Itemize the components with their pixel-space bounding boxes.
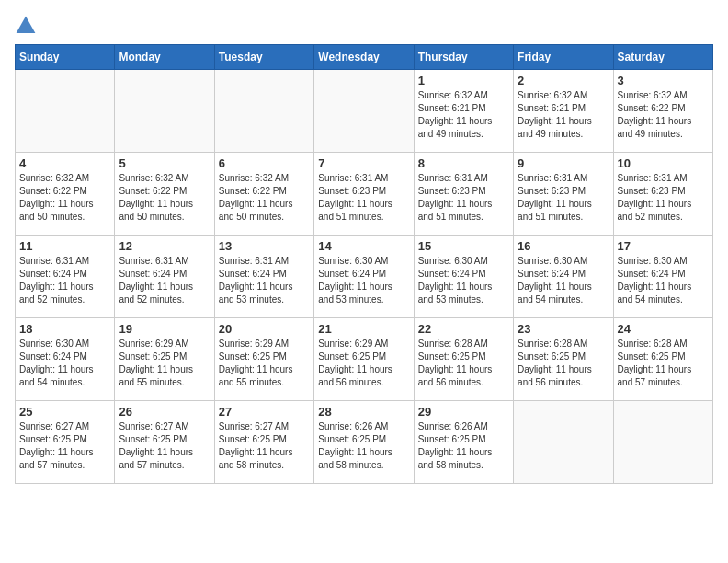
day-detail: Sunrise: 6:30 AM Sunset: 6:24 PM Dayligh…: [318, 255, 409, 306]
day-number: 7: [318, 156, 409, 170]
day-number: 12: [119, 239, 210, 253]
day-number: 25: [19, 405, 110, 419]
svg-marker-0: [17, 17, 36, 33]
calendar-cell: 25Sunrise: 6:27 AM Sunset: 6:25 PM Dayli…: [16, 401, 115, 484]
calendar-week-3: 18Sunrise: 6:30 AM Sunset: 6:24 PM Dayli…: [16, 318, 713, 401]
day-number: 29: [418, 405, 509, 419]
calendar-cell: [16, 70, 115, 153]
weekday-header-saturday: Saturday: [613, 45, 712, 70]
day-detail: Sunrise: 6:31 AM Sunset: 6:23 PM Dayligh…: [418, 172, 509, 224]
calendar-cell: 29Sunrise: 6:26 AM Sunset: 6:25 PM Dayli…: [414, 401, 513, 484]
calendar-cell: [613, 401, 712, 484]
logo: [15, 15, 40, 37]
weekday-header-tuesday: Tuesday: [214, 45, 313, 70]
calendar-cell: [115, 70, 214, 153]
day-number: 5: [119, 156, 210, 170]
calendar-cell: 6Sunrise: 6:32 AM Sunset: 6:22 PM Daylig…: [214, 153, 313, 236]
calendar-cell: 11Sunrise: 6:31 AM Sunset: 6:24 PM Dayli…: [16, 236, 115, 318]
calendar-cell: 22Sunrise: 6:28 AM Sunset: 6:25 PM Dayli…: [414, 318, 513, 401]
calendar-cell: 20Sunrise: 6:29 AM Sunset: 6:25 PM Dayli…: [214, 318, 313, 401]
calendar-week-2: 11Sunrise: 6:31 AM Sunset: 6:24 PM Dayli…: [16, 236, 713, 318]
calendar-cell: 23Sunrise: 6:28 AM Sunset: 6:25 PM Dayli…: [514, 318, 613, 401]
weekday-row: SundayMondayTuesdayWednesdayThursdayFrid…: [16, 45, 713, 70]
day-detail: Sunrise: 6:30 AM Sunset: 6:24 PM Dayligh…: [19, 338, 110, 389]
logo-icon: [15, 15, 37, 37]
day-detail: Sunrise: 6:32 AM Sunset: 6:21 PM Dayligh…: [418, 89, 509, 141]
calendar-cell: 7Sunrise: 6:31 AM Sunset: 6:23 PM Daylig…: [314, 153, 414, 236]
calendar-cell: 4Sunrise: 6:32 AM Sunset: 6:22 PM Daylig…: [16, 153, 115, 236]
day-detail: Sunrise: 6:30 AM Sunset: 6:24 PM Dayligh…: [418, 255, 509, 306]
day-number: 3: [618, 74, 709, 87]
calendar-cell: 8Sunrise: 6:31 AM Sunset: 6:23 PM Daylig…: [414, 153, 513, 236]
day-detail: Sunrise: 6:32 AM Sunset: 6:22 PM Dayligh…: [19, 172, 110, 224]
day-detail: Sunrise: 6:32 AM Sunset: 6:21 PM Dayligh…: [518, 89, 609, 141]
calendar-cell: 18Sunrise: 6:30 AM Sunset: 6:24 PM Dayli…: [16, 318, 115, 401]
day-detail: Sunrise: 6:31 AM Sunset: 6:24 PM Dayligh…: [19, 255, 110, 306]
day-number: 21: [318, 322, 409, 336]
day-detail: Sunrise: 6:26 AM Sunset: 6:25 PM Dayligh…: [318, 420, 409, 472]
day-detail: Sunrise: 6:32 AM Sunset: 6:22 PM Dayligh…: [119, 172, 210, 224]
day-detail: Sunrise: 6:32 AM Sunset: 6:22 PM Dayligh…: [219, 172, 310, 224]
calendar-cell: [514, 401, 613, 484]
calendar-cell: 16Sunrise: 6:30 AM Sunset: 6:24 PM Dayli…: [514, 236, 613, 318]
day-number: 4: [19, 156, 110, 170]
day-number: 11: [19, 239, 110, 253]
day-detail: Sunrise: 6:32 AM Sunset: 6:22 PM Dayligh…: [618, 89, 709, 141]
day-detail: Sunrise: 6:31 AM Sunset: 6:24 PM Dayligh…: [119, 255, 210, 306]
day-detail: Sunrise: 6:28 AM Sunset: 6:25 PM Dayligh…: [518, 338, 609, 389]
calendar-cell: 28Sunrise: 6:26 AM Sunset: 6:25 PM Dayli…: [314, 401, 414, 484]
day-number: 23: [518, 322, 609, 336]
day-detail: Sunrise: 6:29 AM Sunset: 6:25 PM Dayligh…: [119, 338, 210, 389]
calendar-cell: 19Sunrise: 6:29 AM Sunset: 6:25 PM Dayli…: [115, 318, 214, 401]
calendar-cell: 15Sunrise: 6:30 AM Sunset: 6:24 PM Dayli…: [414, 236, 513, 318]
day-detail: Sunrise: 6:31 AM Sunset: 6:23 PM Dayligh…: [618, 172, 709, 224]
day-number: 2: [518, 74, 609, 87]
calendar-cell: 5Sunrise: 6:32 AM Sunset: 6:22 PM Daylig…: [115, 153, 214, 236]
calendar-cell: 1Sunrise: 6:32 AM Sunset: 6:21 PM Daylig…: [414, 70, 513, 153]
day-number: 20: [219, 322, 310, 336]
weekday-header-friday: Friday: [514, 45, 613, 70]
day-detail: Sunrise: 6:30 AM Sunset: 6:24 PM Dayligh…: [518, 255, 609, 306]
day-detail: Sunrise: 6:31 AM Sunset: 6:23 PM Dayligh…: [518, 172, 609, 224]
weekday-header-thursday: Thursday: [414, 45, 513, 70]
calendar-cell: 24Sunrise: 6:28 AM Sunset: 6:25 PM Dayli…: [613, 318, 712, 401]
calendar-table: SundayMondayTuesdayWednesdayThursdayFrid…: [15, 44, 713, 484]
calendar-cell: [214, 70, 313, 153]
calendar-cell: 13Sunrise: 6:31 AM Sunset: 6:24 PM Dayli…: [214, 236, 313, 318]
day-detail: Sunrise: 6:29 AM Sunset: 6:25 PM Dayligh…: [219, 338, 310, 389]
day-number: 28: [318, 405, 409, 419]
day-number: 9: [518, 156, 609, 170]
day-number: 10: [618, 156, 709, 170]
day-detail: Sunrise: 6:29 AM Sunset: 6:25 PM Dayligh…: [318, 338, 409, 389]
calendar-body: 1Sunrise: 6:32 AM Sunset: 6:21 PM Daylig…: [16, 70, 713, 484]
calendar-cell: 21Sunrise: 6:29 AM Sunset: 6:25 PM Dayli…: [314, 318, 414, 401]
calendar-cell: 12Sunrise: 6:31 AM Sunset: 6:24 PM Dayli…: [115, 236, 214, 318]
day-number: 13: [219, 239, 310, 253]
day-number: 14: [318, 239, 409, 253]
day-detail: Sunrise: 6:28 AM Sunset: 6:25 PM Dayligh…: [618, 338, 709, 389]
calendar-week-0: 1Sunrise: 6:32 AM Sunset: 6:21 PM Daylig…: [16, 70, 713, 153]
day-number: 15: [418, 239, 509, 253]
calendar-week-1: 4Sunrise: 6:32 AM Sunset: 6:22 PM Daylig…: [16, 153, 713, 236]
calendar-cell: 10Sunrise: 6:31 AM Sunset: 6:23 PM Dayli…: [613, 153, 712, 236]
day-detail: Sunrise: 6:28 AM Sunset: 6:25 PM Dayligh…: [418, 338, 509, 389]
day-detail: Sunrise: 6:27 AM Sunset: 6:25 PM Dayligh…: [119, 420, 210, 472]
day-detail: Sunrise: 6:27 AM Sunset: 6:25 PM Dayligh…: [19, 420, 110, 472]
calendar-cell: 17Sunrise: 6:30 AM Sunset: 6:24 PM Dayli…: [613, 236, 712, 318]
day-number: 19: [119, 322, 210, 336]
page-header: [15, 15, 713, 37]
day-number: 27: [219, 405, 310, 419]
calendar-cell: 26Sunrise: 6:27 AM Sunset: 6:25 PM Dayli…: [115, 401, 214, 484]
calendar-cell: 2Sunrise: 6:32 AM Sunset: 6:21 PM Daylig…: [514, 70, 613, 153]
day-detail: Sunrise: 6:27 AM Sunset: 6:25 PM Dayligh…: [219, 420, 310, 472]
weekday-header-wednesday: Wednesday: [314, 45, 414, 70]
day-detail: Sunrise: 6:30 AM Sunset: 6:24 PM Dayligh…: [618, 255, 709, 306]
day-detail: Sunrise: 6:31 AM Sunset: 6:24 PM Dayligh…: [219, 255, 310, 306]
day-number: 8: [418, 156, 509, 170]
calendar-header: SundayMondayTuesdayWednesdayThursdayFrid…: [16, 45, 713, 70]
day-number: 26: [119, 405, 210, 419]
weekday-header-sunday: Sunday: [16, 45, 115, 70]
day-number: 18: [19, 322, 110, 336]
calendar-cell: [314, 70, 414, 153]
calendar-cell: 14Sunrise: 6:30 AM Sunset: 6:24 PM Dayli…: [314, 236, 414, 318]
